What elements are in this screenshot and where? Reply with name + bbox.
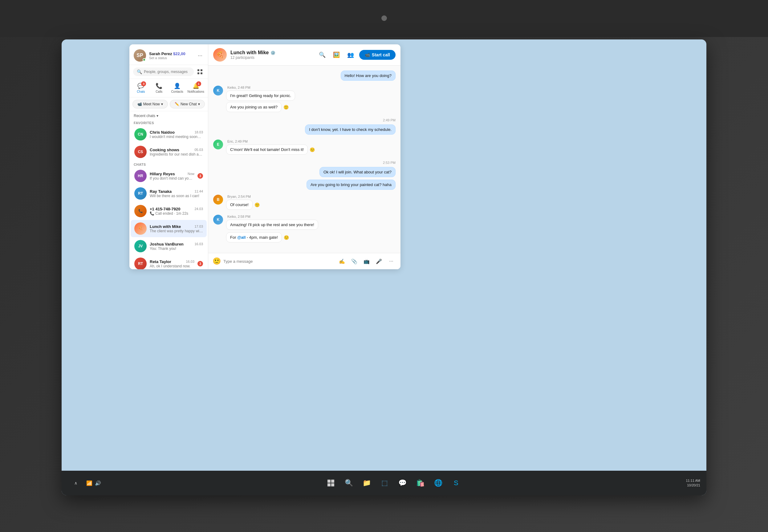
svg-rect-6 [327,483,331,486]
handwriting-button[interactable]: ✍️ [337,256,347,266]
emoji-reaction-keiko1[interactable]: 🙂 [283,105,289,110]
message-input[interactable] [223,259,335,264]
chat-info-ray: Ray Tanaka 11:44 Will be there as soon a… [150,189,203,198]
msg-row-out1: I don't know, yet. I have to check my sc… [305,124,396,135]
skype-taskbar-button[interactable]: S [448,475,464,491]
chat-preview-ray: Will be there as soon as I can! [150,194,203,198]
chat-info-reta: Reta Taylor 16.03 Ah, ok I understand no… [150,259,194,268]
msg-content-eric: Eric, 2:49 PM C'mon! We'll eat hot tamal… [226,140,315,155]
screen-share-button[interactable]: 📺 [362,256,372,266]
profile-more-button[interactable]: ··· [197,51,204,60]
new-chat-button[interactable]: ✏️ New Chat ▾ [170,100,205,108]
chat-name-ray: Ray Tanaka [150,189,172,194]
message-group-bryan: B Bryan, 2:54 PM Of course! 🙂 [213,195,396,210]
chat-name-chris: Chris Naidoo [150,130,175,135]
recent-chats-header[interactable]: Recent chats ▾ [129,111,208,119]
chat-preview-joshua: You: Thank you! [150,246,203,251]
search-taskbar-button[interactable]: 🔍 [341,475,357,491]
top-bar [0,0,768,37]
more-options-button[interactable]: ··· [386,256,396,266]
search-input[interactable] [144,70,190,74]
chat-time-phone: 24.03 [194,207,203,211]
chat-info-hillary: Hillary Reyes Now If you don't mind can … [150,172,194,181]
avatar-ray: RT [134,187,147,200]
chat-item-reta[interactable]: RT Reta Taylor 16.03 Ah, ok I understand… [131,255,207,269]
msg-row-out2a: Ok ok! I will join. What about your cat? [319,167,396,177]
tab-notifications[interactable]: 🔔 1 Notifications [186,81,205,95]
contacts-label: Contacts [171,90,183,93]
profile-credit: $22,00 [173,51,185,56]
image-button[interactable]: 🖼️ [331,49,342,60]
chat-item-joshua[interactable]: JV Joshua VanBuren 16.03 You: Thank you! [131,238,207,255]
meet-now-button[interactable]: 📹 Meet Now ▾ [132,100,168,108]
chat-time-hillary: Now [188,172,194,176]
emoji-reaction-keiko2[interactable]: 🙂 [284,235,289,240]
chat-item-ray[interactable]: RT Ray Tanaka 11:44 Will be there as soo… [131,185,207,202]
microphone-button[interactable]: 🎤 [374,256,384,266]
chat-name-lunch: Lunch with Mike [150,224,181,229]
msg-sender-bryan: Bryan, 2:54 PM [226,195,260,198]
msg-content-keiko2: Keiko, 2:58 PM Amazing! I'll pick up the… [226,215,318,242]
notifications-label: Notifications [188,90,204,93]
chat-info-joshua: Joshua VanBuren 16.03 You: Thank you! [150,242,203,251]
emoji-reaction-eric[interactable]: 🙂 [310,147,315,152]
chat-time-chris: 18.03 [194,130,203,134]
chat-item-chris[interactable]: CN Chris Naidoo 18.03 I wouldn't mind me… [131,126,207,143]
apps-grid-icon[interactable] [196,67,204,76]
wifi-icon: 📶 [86,480,92,486]
svg-rect-1 [201,69,202,71]
profile-name: Sarah Perez $22,00 [149,51,197,56]
msg-row-keiko1a: I'm great!! Getting ready for picnic. [226,91,295,101]
search-bar: 🔍 [129,65,208,79]
store-button[interactable]: 🛍️ [412,475,428,491]
search-chat-button[interactable]: 🔍 [317,49,328,60]
chat-header: 🍕 Lunch with Mike ⚙️ 12 participants 🔍 🖼… [208,44,400,66]
profile-status[interactable]: Set a status [149,56,197,60]
avatar-phone: 📞 [134,205,147,217]
chat-header-info: Lunch with Mike ⚙️ 12 participants [230,50,313,60]
avatar-chris: CN [134,128,147,140]
tab-contacts[interactable]: 👤 Contacts [168,81,186,95]
tab-calls[interactable]: 📞 Calls [150,81,168,95]
file-explorer-button[interactable]: 📁 [359,475,375,491]
teams-button[interactable]: 💬 [394,475,410,491]
settings-icon[interactable]: ⚙️ [270,51,275,55]
main-window: SP Sarah Perez $22,00 Set a status ··· [62,39,706,495]
tab-chats[interactable]: 💬 3 Chats [132,81,150,95]
message-group-keiko1: K Keiko, 2:48 PM I'm great!! Getting rea… [213,86,396,112]
chat-preview-phone: 📞 Call ended · 1m 22s [150,211,203,216]
chat-time-ray: 11:44 [194,189,203,193]
svg-rect-3 [201,72,202,74]
chats-section-label: Chats [129,161,208,167]
edge-button[interactable]: 🌐 [430,475,446,491]
action-buttons: 📹 Meet Now ▾ ✏️ New Chat ▾ [129,97,208,111]
mention-all: @all [237,235,246,240]
widgets-button[interactable]: ⬚ [376,475,392,491]
camera-icon: 📹 [137,102,142,106]
emoji-reaction-bryan[interactable]: 🙂 [254,202,260,207]
msg-row-keiko1b: Are you joining us as well? 🙂 [226,102,295,112]
camera-indicator [381,15,387,21]
chat-item-hillary[interactable]: HR Hillary Reyes Now If you don't mind c… [131,167,207,185]
system-tray-up[interactable]: ∧ [68,475,84,491]
sidebar: SP Sarah Perez $22,00 Set a status ··· [129,44,208,269]
chat-time-cooking: 05.03 [194,148,203,152]
taskbar-center: 🔍 📁 ⬚ 💬 🛍️ 🌐 S [323,475,464,491]
avatar-reta: RT [134,258,147,269]
participants-button[interactable]: 👥 [345,49,356,60]
windows-start-button[interactable] [323,475,339,491]
chat-item-phone[interactable]: 📞 +1 415-748-7920 24.03 📞 Call ended · 1… [131,202,207,220]
message-group-eric: E Eric, 2:49 PM C'mon! We'll eat hot tam… [213,140,396,155]
start-call-button[interactable]: 📹 Start call [359,50,396,60]
chat-item-cooking[interactable]: CS Cooking shows 05.03 Ingredients for o… [131,143,207,160]
online-indicator [143,58,146,61]
msg-bubble-bryan: Of course! [226,200,253,210]
avatar-cooking: CS [134,146,147,158]
chat-item-lunch[interactable]: 🍕 Lunch with Mike 17.03 The client was p… [131,220,207,237]
chat-preview-cooking: Ingredients for our next dish are... [150,152,203,156]
msg-row-eric: C'mon! We'll eat hot tamale! Don't miss … [226,144,315,155]
msg-row-bryan: Of course! 🙂 [226,200,260,210]
emoji-picker-button[interactable]: 🙂 [213,257,221,265]
attachment-button[interactable]: 📎 [349,256,359,266]
chevron-icon: ▾ [156,114,158,118]
